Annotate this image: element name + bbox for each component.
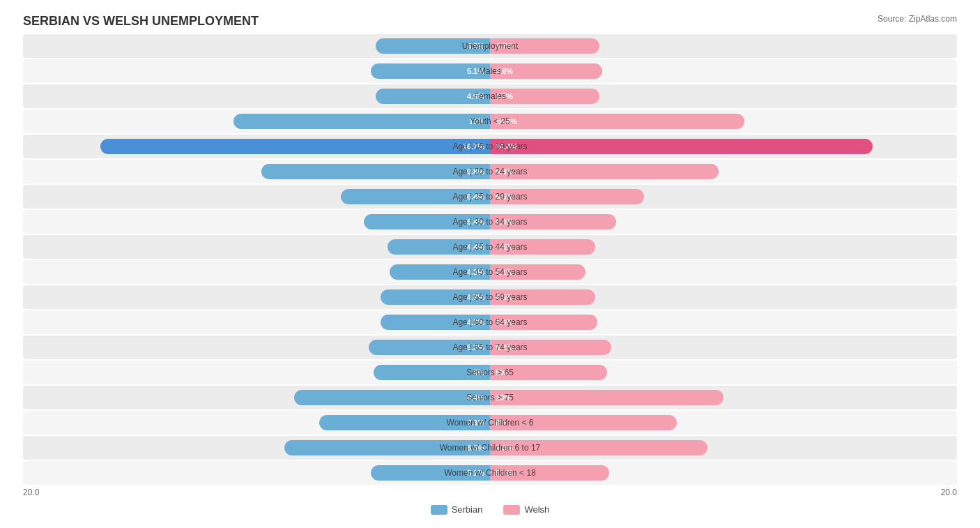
serbian-value: 5.1% [467,469,484,477]
serbian-value: 5% [473,368,484,377]
serbian-value: 4.9% [467,42,484,50]
serbian-bar: 4.3% [390,264,490,280]
bar-row: 4.7% Age | 55 to 59 years 4.5% [23,285,957,309]
right-section: 5.1% [490,461,957,485]
serbian-bar: 9.8% [261,164,490,179]
welsh-value: 4.6% [496,318,513,326]
left-section: 5.4% [23,210,490,234]
bar-row-inner: 5% Seniors > 65 5% [23,361,957,384]
bar-row: 4.9% Unemployment 4.7% [23,34,957,58]
bar-row: 5.1% Women w/ Children < 18 5.1% [23,461,957,485]
right-section: 10.9% [490,110,957,133]
welsh-value: 5.1% [496,469,513,477]
bar-row-inner: 5.2% Age | 65 to 74 years 5.2% [23,335,957,359]
serbian-value: 4.3% [467,268,484,276]
welsh-bar-wrap: 5.1% [490,465,957,481]
axis-right: 20.0 [941,488,957,497]
serbian-bar: 5.2% [369,340,490,355]
left-section: 5.1% [23,59,490,83]
serbian-bar-wrap: 5.2% [23,340,490,355]
bar-row: 5% Seniors > 65 5% [23,361,957,384]
bar-row: 4.4% Age | 35 to 44 years 4.5% [23,235,957,259]
right-section: 5.4% [490,210,957,234]
welsh-bar: 4.7% [490,38,599,54]
welsh-value: 5.2% [496,343,513,352]
welsh-bar-wrap: 5.4% [490,214,957,229]
chart-title: SERBIAN VS WELSH UNEMPLOYMENT [23,14,259,29]
welsh-bar-wrap: 9.8% [490,164,957,179]
left-section: 5.2% [23,335,490,359]
welsh-bar: 5.2% [490,340,611,355]
welsh-bar-wrap: 16.4% [490,139,957,154]
left-section: 4.3% [23,260,490,284]
legend-welsh-label: Welsh [524,504,549,515]
bar-row-inner: 4.9% Unemployment 4.7% [23,34,957,58]
bar-row-inner: 11% Youth < 25 10.9% [23,110,957,133]
serbian-value: 6.4% [467,193,484,201]
serbian-bar-wrap: 7.3% [23,415,490,430]
serbian-bar-wrap: 4.7% [23,315,490,330]
bar-row-inner: 9.8% Age | 20 to 24 years 9.8% [23,160,957,183]
serbian-value: 4.7% [467,293,484,301]
bar-row-inner: 6.4% Age | 25 to 29 years 6.6% [23,185,957,209]
left-section: 4.4% [23,235,490,259]
bar-row: 4.9% Females 4.7% [23,84,957,108]
serbian-bar: 5.1% [371,63,490,79]
left-section: 4.9% [23,84,490,108]
legend-welsh: Welsh [503,504,549,515]
welsh-value: 8% [496,418,507,427]
left-section: 8.8% [23,436,490,460]
left-section: 8.4% [23,386,490,409]
welsh-bar-wrap: 10.9% [490,114,957,129]
welsh-bar: 16.4% [490,139,873,154]
welsh-bar-wrap: 4.5% [490,239,957,255]
welsh-bar: 10.9% [490,114,744,129]
serbian-bar: 5.4% [364,214,490,229]
bar-row: 6.4% Age | 25 to 29 years 6.6% [23,185,957,209]
welsh-value: 5.4% [496,218,513,226]
serbian-bar: 5% [374,365,491,380]
serbian-value: 4.4% [467,243,484,251]
serbian-bar-wrap: 8.4% [23,390,490,405]
welsh-bar: 4.6% [490,315,597,330]
right-section: 4.6% [490,310,957,334]
welsh-bar: 9.8% [490,164,719,179]
welsh-bar-wrap: 9.3% [490,440,957,455]
welsh-bar: 9.3% [490,440,707,455]
right-section: 10% [490,386,957,409]
chart-source: Source: ZipAtlas.com [878,14,957,24]
serbian-value: 11% [469,117,484,126]
left-section: 5.1% [23,461,490,485]
welsh-bar: 4.7% [490,89,599,104]
right-section: 4.5% [490,285,957,309]
left-section: 7.3% [23,411,490,435]
welsh-bar-wrap: 4.5% [490,289,957,305]
bar-row-inner: 7.3% Women w/ Children < 6 8% [23,411,957,435]
welsh-value: 6.6% [496,193,513,201]
bar-row: 11% Youth < 25 10.9% [23,110,957,133]
bar-row-inner: 4.9% Females 4.7% [23,84,957,108]
chart-container: SERBIAN VS WELSH UNEMPLOYMENT Source: Zi… [9,7,971,528]
serbian-value: 9.8% [467,167,484,176]
welsh-value: 4.1% [496,268,513,276]
welsh-value: 4.7% [496,92,513,100]
serbian-bar: 4.9% [376,38,490,54]
right-section: 16.4% [490,135,957,158]
welsh-bar: 4.5% [490,289,595,305]
welsh-bar-wrap: 5% [490,365,957,380]
welsh-bar: 10% [490,390,723,405]
serbian-value: 7.3% [467,418,484,427]
chart-area: 4.9% Unemployment 4.7% [23,34,957,485]
bar-row-inner: 4.7% Age | 55 to 59 years 4.5% [23,285,957,309]
welsh-value: 16.4% [496,142,517,151]
serbian-value: 8.8% [467,444,484,452]
axis-row: 20.0 20.0 [23,486,957,499]
bar-row: 4.7% Age | 60 to 64 years 4.6% [23,310,957,334]
welsh-bar: 5% [490,365,607,380]
right-section: 4.5% [490,235,957,259]
bar-row-inner: 5.1% Women w/ Children < 18 5.1% [23,461,957,485]
bar-row-inner: 4.4% Age | 35 to 44 years 4.5% [23,235,957,259]
right-section: 9.8% [490,160,957,183]
welsh-value: 10% [496,393,511,402]
right-section: 4.7% [490,34,957,58]
